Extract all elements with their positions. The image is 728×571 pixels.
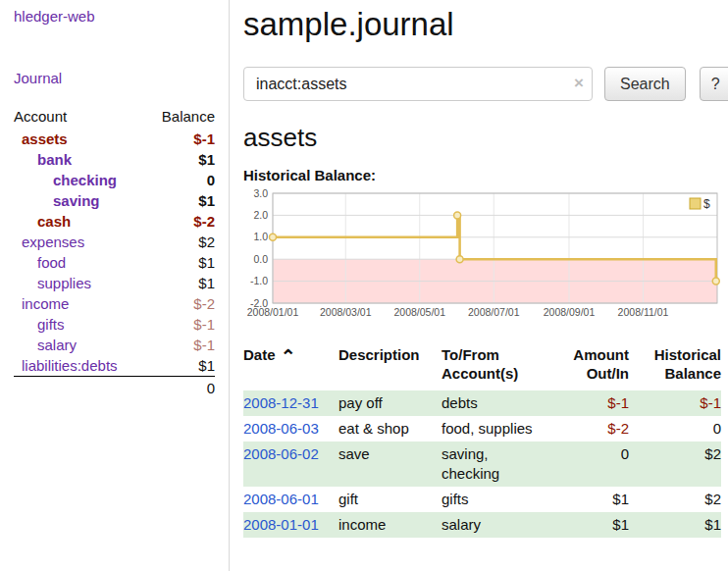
account-balance: $1 xyxy=(198,192,215,209)
account-balance: $1 xyxy=(198,357,215,374)
register-table-body: 2008-12-31pay offdebts$-1$-12008-06-03ea… xyxy=(243,390,721,538)
account-row: income$-2 xyxy=(14,293,215,314)
account-row: gifts$-1 xyxy=(14,314,215,335)
svg-text:-1.0: -1.0 xyxy=(250,275,268,286)
svg-text:2008/09/01: 2008/09/01 xyxy=(544,306,596,318)
clear-search-icon[interactable]: × xyxy=(574,74,584,93)
transaction-description: pay off xyxy=(338,390,442,416)
account-link-supplies[interactable]: supplies xyxy=(14,275,91,291)
transaction-amount: 0 xyxy=(551,441,629,487)
register-table: Date ⌃DescriptionTo/FromAccount(s)Amount… xyxy=(243,345,721,538)
transaction-description: income xyxy=(338,512,442,538)
account-row: bank$1 xyxy=(14,149,215,170)
register-table-head: Date ⌃DescriptionTo/FromAccount(s)Amount… xyxy=(243,345,721,390)
accounts-panel: Account Balance assets$-1bank$1checking0… xyxy=(14,106,215,399)
transaction-accounts: food, supplies xyxy=(442,416,551,441)
account-balance: $-1 xyxy=(193,316,215,333)
search-button[interactable]: Search xyxy=(604,67,686,101)
transaction-amount: $1 xyxy=(551,487,629,512)
account-link-saving[interactable]: saving xyxy=(14,192,100,209)
legend-label: $ xyxy=(703,197,710,211)
transaction-accounts: gifts xyxy=(442,487,551,512)
account-row: supplies$1 xyxy=(14,273,215,293)
account-link-bank[interactable]: bank xyxy=(14,151,72,168)
account-balance: $2 xyxy=(198,234,215,250)
account-balance: $-1 xyxy=(193,337,215,353)
register-col-header-date[interactable]: Date ⌃ xyxy=(243,345,338,390)
accounts-total-value: 0 xyxy=(207,380,215,396)
app-window: hledger-web Journal Account Balance asse… xyxy=(0,0,728,571)
page-title: sample.journal xyxy=(243,6,728,43)
svg-text:3.0: 3.0 xyxy=(253,187,268,199)
svg-text:1.0: 1.0 xyxy=(253,231,268,242)
account-link-cash[interactable]: cash xyxy=(14,213,71,230)
register-row: 2008-06-01giftgifts$1$2 xyxy=(243,487,721,512)
account-row: salary$-1 xyxy=(14,335,215,355)
svg-text:2008/05/01: 2008/05/01 xyxy=(393,306,445,318)
account-heading: assets xyxy=(243,123,728,153)
chart-title: Historical Balance: xyxy=(243,167,728,183)
transaction-accounts: saving, checking xyxy=(442,441,551,487)
register-col-header-description: Description xyxy=(338,345,442,390)
account-link-gifts[interactable]: gifts xyxy=(14,316,65,333)
brand-link[interactable]: hledger-web xyxy=(14,8,215,25)
legend-swatch xyxy=(690,198,701,209)
register-row: 2008-12-31pay offdebts$-1$-1 xyxy=(243,390,721,416)
account-row: assets$-1 xyxy=(14,129,215,149)
transaction-date-link[interactable]: 2008-06-03 xyxy=(243,420,319,437)
account-balance: $1 xyxy=(198,254,215,271)
account-row: saving$1 xyxy=(14,190,215,211)
account-row: expenses$2 xyxy=(14,232,215,252)
svg-text:0.0: 0.0 xyxy=(253,253,268,265)
accounts-header: Account Balance xyxy=(14,106,215,129)
transaction-balance: $2 xyxy=(629,441,721,487)
svg-text:2008/03/01: 2008/03/01 xyxy=(320,306,372,318)
account-link-food[interactable]: food xyxy=(14,254,66,271)
account-link-liabilities-debts[interactable]: liabilities:debts xyxy=(14,357,118,374)
transaction-date-link[interactable]: 2008-06-01 xyxy=(243,491,319,507)
svg-text:2.0: 2.0 xyxy=(253,209,268,221)
search-input[interactable] xyxy=(243,67,593,101)
transaction-description: eat & shop xyxy=(338,416,442,441)
account-link-checking[interactable]: checking xyxy=(14,172,117,188)
transaction-date-link[interactable]: 2008-01-01 xyxy=(243,516,319,533)
accounts-table-body: assets$-1bank$1checking0saving$1cash$-2e… xyxy=(14,129,215,376)
transaction-balance: $2 xyxy=(629,487,721,512)
register-col-header-tofrom: To/FromAccount(s) xyxy=(442,345,551,390)
account-balance: $1 xyxy=(198,151,215,168)
register-col-header-amount: AmountOut/In xyxy=(551,345,629,390)
svg-text:2008/01/01: 2008/01/01 xyxy=(247,306,299,318)
account-balance: $-1 xyxy=(193,130,215,147)
account-row: liabilities:debts$1 xyxy=(14,355,215,376)
svg-text:2008/11/01: 2008/11/01 xyxy=(618,306,669,318)
account-link-expenses[interactable]: expenses xyxy=(14,234,84,250)
accounts-header-account: Account xyxy=(14,108,67,125)
transaction-description: gift xyxy=(338,487,442,512)
transaction-balance: 0 xyxy=(629,416,721,441)
account-row: checking0 xyxy=(14,170,215,190)
account-link-assets[interactable]: assets xyxy=(14,130,68,147)
search-bar: × Search ? xyxy=(243,67,728,101)
sort-ascending-icon: ⌃ xyxy=(276,346,296,367)
account-balance: $-2 xyxy=(193,295,215,312)
svg-text:2008/07/01: 2008/07/01 xyxy=(468,306,520,318)
account-balance: $-2 xyxy=(193,213,215,230)
account-row: cash$-2 xyxy=(14,211,215,232)
transaction-accounts: salary xyxy=(442,512,551,538)
account-balance: 0 xyxy=(207,172,215,188)
account-link-income[interactable]: income xyxy=(14,295,69,312)
transaction-amount: $-2 xyxy=(551,416,629,441)
balance-chart-svg: 3.02.01.00.0-1.0-2.02008/01/012008/03/01… xyxy=(243,187,721,323)
account-balance: $1 xyxy=(198,275,215,291)
account-link-salary[interactable]: salary xyxy=(14,337,77,353)
register-row: 2008-01-01incomesalary$1$1 xyxy=(243,512,721,538)
account-row: food$1 xyxy=(14,252,215,273)
transaction-description: save xyxy=(338,441,442,487)
transaction-date-link[interactable]: 2008-06-02 xyxy=(243,445,319,462)
sidebar-item-journal[interactable]: Journal xyxy=(14,70,215,86)
sidebar: hledger-web Journal Account Balance asse… xyxy=(0,0,230,571)
help-button[interactable]: ? xyxy=(700,67,728,101)
accounts-total-row: 0 xyxy=(14,376,215,399)
register-row: 2008-06-03eat & shopfood, supplies$-20 xyxy=(243,416,721,441)
transaction-date-link[interactable]: 2008-12-31 xyxy=(243,394,319,411)
